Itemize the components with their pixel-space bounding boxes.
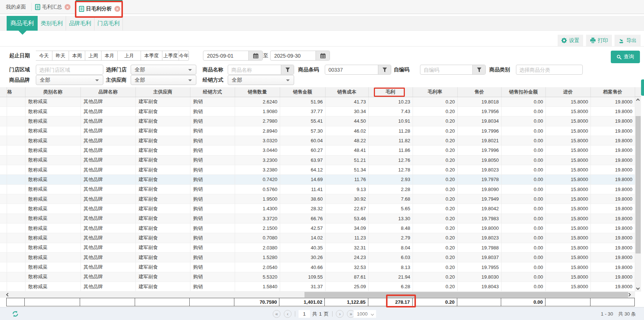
funnel-icon — [285, 67, 290, 72]
table-row[interactable]: 散称咸菜 其他品牌 建军副食 购销 2.0380 40.35 32.31 8.0… — [0, 243, 635, 252]
col-header-distribution[interactable]: 经销方式 — [190, 87, 235, 97]
side-panel-handle[interactable] — [641, 79, 644, 96]
table-row[interactable]: 散称咸菜 其他品牌 建军副食 购销 2.1500 42.57 34.09 8.4… — [0, 223, 635, 233]
export-button[interactable]: 导出 — [614, 35, 641, 46]
table-row[interactable]: 散称咸菜 其他品牌 建军副食 购销 2.6240 51.96 41.73 10.… — [0, 97, 635, 106]
table-row[interactable]: 散称咸菜 其他品牌 建军副食 购销 3.0320 60.04 48.22 11.… — [0, 136, 635, 145]
custom-code-input[interactable] — [420, 65, 472, 74]
category-input[interactable] — [516, 65, 583, 75]
table-row[interactable]: 散称咸菜 其他品牌 建军副食 购销 1.5840 31.37 25.09 6.2… — [0, 282, 635, 292]
table-row[interactable]: 散称咸菜 其他品牌 建军副食 购销 5.5320 109.55 87.61 21… — [0, 272, 635, 282]
print-button[interactable]: 打印 — [586, 35, 612, 46]
table-row[interactable]: 散称咸菜 其他品牌 建军副食 购销 0.7080 14.02 11.23 2.7… — [0, 233, 635, 243]
prev-page-button[interactable]: ‹ — [284, 310, 292, 318]
product-name-field — [228, 65, 294, 75]
col-header-deduction[interactable]: 销售扣补金额 — [501, 87, 545, 97]
table-row[interactable]: 散称咸菜 其他品牌 建军副食 购销 1.4300 28.32 22.67 5.6… — [0, 204, 635, 214]
first-page-button[interactable]: « — [273, 310, 280, 318]
col-header-price[interactable]: 售价 — [457, 87, 501, 97]
tab-daily-profit-analysis[interactable]: 日毛利分析 × — [76, 0, 123, 17]
product-name-input[interactable] — [228, 65, 281, 74]
table-row[interactable]: 散称咸菜 其他品牌 建军副食 购销 2.7980 55.41 44.50 10.… — [0, 116, 635, 126]
date-to-picker-button[interactable] — [316, 51, 330, 60]
table-row[interactable]: 散称咸菜 其他品牌 建军副食 购销 3.2380 64.12 51.34 12.… — [0, 165, 635, 174]
table-row[interactable]: 散称咸菜 其他品牌 建军副食 购销 0.7420 14.69 11.76 2.9… — [0, 175, 635, 184]
scroll-down-icon[interactable] — [636, 286, 640, 290]
table-row[interactable]: 散称咸菜 其他品牌 建军副食 购销 3.2300 63.97 51.21 12.… — [0, 155, 635, 165]
col-header-supplier[interactable]: 主供应商 — [135, 87, 190, 97]
summary-total-cost: 1,122.85 — [325, 298, 368, 306]
date-quick-range-button[interactable]: 上季度 — [162, 51, 179, 61]
record-range-label: 1 - 30 — [601, 311, 613, 317]
barcode-field — [325, 65, 391, 75]
table-row[interactable]: 散称咸菜 其他品牌 建军副食 购销 0.5760 11.41 9.13 2.28… — [0, 184, 635, 194]
settings-button[interactable]: 设置 — [558, 35, 583, 46]
close-icon[interactable]: × — [65, 4, 70, 10]
date-quick-range-button[interactable]: 本周 — [69, 51, 85, 61]
store-select[interactable]: 全部 — [131, 65, 196, 75]
table-row[interactable]: 散称咸菜 其他品牌 建军副食 购销 1.5280 30.26 24.23 6.0… — [0, 253, 635, 262]
brand-select[interactable]: 全部 — [36, 75, 103, 85]
table-row[interactable]: 散称咸菜 其他品牌 建军副食 购销 2.8940 57.30 46.02 11.… — [0, 126, 635, 136]
col-header-blank[interactable] — [0, 87, 7, 97]
scroll-left-icon[interactable] — [6, 293, 10, 297]
tab-my-desktop[interactable]: 我的桌面 — [0, 0, 32, 14]
table-row[interactable]: 散称咸菜 其他品牌 建军副食 购销 3.0440 60.27 48.41 11.… — [0, 146, 635, 155]
summary-cell-spec — [7, 298, 25, 306]
col-header-profit-rate[interactable]: 毛利率 — [413, 87, 457, 97]
col-header-category[interactable]: 类别名称 — [25, 87, 80, 97]
col-header-cost-price[interactable]: 进价 — [545, 87, 590, 97]
vertical-scrollbar-thumb[interactable] — [636, 116, 641, 253]
tab-store-profit[interactable]: 门店毛利 — [94, 16, 123, 31]
date-to-input[interactable] — [271, 51, 316, 60]
summary-total-deduction: 0.00 — [501, 298, 545, 306]
col-header-gross-profit[interactable]: 毛利 — [368, 87, 413, 97]
supplier-select[interactable]: 全部 — [131, 75, 196, 85]
export-button-label: 导出 — [626, 37, 637, 44]
report-doc-icon — [35, 4, 40, 10]
product-name-filter-button[interactable] — [281, 65, 294, 74]
table-row[interactable]: 散称咸菜 其他品牌 建军副食 购销 1.9080 37.77 30.34 7.4… — [0, 106, 635, 116]
custom-code-filter-button[interactable] — [472, 65, 485, 74]
tab-category-profit[interactable]: 类别毛利 — [38, 16, 66, 31]
date-from-field — [203, 51, 263, 61]
date-quick-range-button[interactable]: 本季度 — [141, 51, 162, 61]
refresh-icon[interactable] — [12, 311, 18, 317]
grid-header: 格 类别名称 品牌名称 主供应商 经销方式 销售数量 销售金额 销售成本 毛利 … — [0, 87, 635, 97]
page-size-select[interactable]: 1000 — [354, 310, 376, 318]
date-quick-range-button[interactable]: 昨天 — [52, 51, 69, 61]
date-from-picker-button[interactable] — [248, 51, 262, 60]
scroll-up-icon[interactable] — [636, 99, 640, 102]
pager-separator — [332, 311, 333, 317]
query-button[interactable]: 查询 — [611, 51, 640, 63]
vertical-scrollbar[interactable] — [635, 97, 641, 292]
date-quick-range-button[interactable]: 上月 — [118, 51, 141, 61]
close-icon[interactable]: × — [114, 6, 120, 12]
date-quick-range-button[interactable]: 本月 — [101, 51, 118, 61]
table-row[interactable]: 散称咸菜 其他品牌 建军副食 购销 1.9500 38.60 30.92 7.6… — [0, 194, 635, 204]
next-page-button[interactable]: › — [336, 310, 344, 318]
report-tab-bar: 商品毛利 类别毛利 品牌毛利 门店毛利 — [0, 16, 644, 31]
table-row[interactable]: 散称咸菜 其他品牌 建军副食 购销 2.0540 40.66 32.53 8.1… — [0, 262, 635, 272]
store-region-input[interactable] — [36, 65, 103, 75]
col-header-archive-price[interactable]: 档案售价 — [590, 87, 635, 97]
horizontal-scrollbar[interactable] — [0, 292, 635, 298]
date-quick-range-button[interactable]: 上周 — [85, 51, 101, 61]
col-header-brand[interactable]: 品牌名称 — [80, 87, 135, 97]
page-number-input[interactable] — [299, 310, 310, 318]
tab-brand-profit[interactable]: 品牌毛利 — [66, 16, 94, 31]
col-header-spec[interactable]: 格 — [7, 87, 25, 97]
tab-profit-summary[interactable]: 毛利汇总 × — [32, 0, 75, 14]
col-header-sales-amount[interactable]: 销售金额 — [280, 87, 325, 97]
date-from-input[interactable] — [203, 51, 248, 60]
tab-product-profit[interactable]: 商品毛利 — [7, 16, 38, 31]
horizontal-scrollbar-thumb[interactable] — [304, 292, 628, 297]
barcode-filter-button[interactable] — [378, 65, 391, 74]
date-quick-range-button[interactable]: 今年 — [179, 51, 189, 61]
distribution-select[interactable]: 全部 — [228, 75, 294, 85]
date-quick-range-button[interactable]: 今天 — [36, 51, 52, 61]
col-header-sales-cost[interactable]: 销售成本 — [325, 87, 368, 97]
col-header-sales-qty[interactable]: 销售数量 — [235, 87, 280, 97]
table-row[interactable]: 散称咸菜 其他品牌 建军副食 购销 3.3720 66.76 53.46 13.… — [0, 214, 635, 223]
barcode-input[interactable] — [325, 65, 378, 74]
